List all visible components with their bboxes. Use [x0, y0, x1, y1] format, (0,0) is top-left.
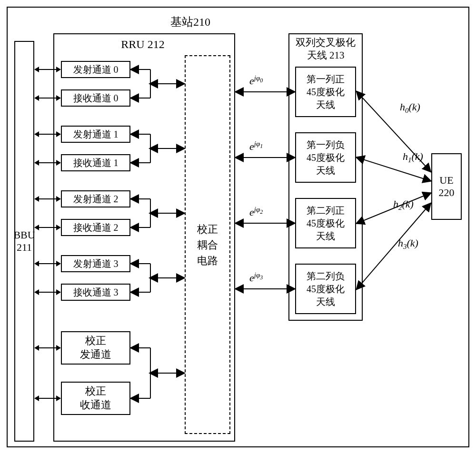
- h-3: h3(k): [398, 237, 418, 251]
- tx-channel-3: 发射通道 3: [61, 255, 130, 272]
- calibration-tx: 校正 发通道: [61, 331, 130, 365]
- phi-0: ejφ0: [249, 74, 263, 87]
- arrow-bbu-rx3: [35, 292, 60, 293]
- tx-channel-0: 发射通道 0: [61, 61, 130, 78]
- phi-1: ejφ1: [249, 140, 263, 153]
- calibration-circuit-label: 校正 耦合 电路: [197, 221, 218, 268]
- arrow-bbu-tx1: [35, 134, 60, 135]
- rx-channel-0: 接收通道 0: [61, 89, 130, 107]
- h-1: h1(k): [403, 150, 423, 164]
- bbu-box: BBU 211: [14, 41, 34, 442]
- h-2: h2(k): [393, 198, 414, 212]
- arrow-bbu-rx1: [35, 162, 60, 163]
- arrow-bbu-tx3: [35, 263, 60, 264]
- arrow-bbu-calrx: [35, 398, 60, 399]
- bbu-label: BBU 211: [13, 229, 35, 254]
- tx-channel-2: 发射通道 2: [61, 190, 130, 207]
- rx-channel-1: 接收通道 1: [61, 154, 130, 171]
- calibration-rx: 校正 收通道: [61, 382, 130, 415]
- arrow-bbu-caltx: [35, 347, 60, 348]
- antenna-1: 第一列负 45度极化 天线: [295, 132, 356, 183]
- antenna-3: 第二列负 45度极化 天线: [295, 264, 356, 314]
- antenna-2: 第二列正 45度极化 天线: [295, 198, 356, 248]
- h-0: h0(k): [400, 101, 420, 115]
- rx-channel-2: 接收通道 2: [61, 219, 130, 236]
- arrow-bbu-tx2: [35, 198, 60, 199]
- antenna-0: 第一列正 45度极化 天线: [295, 67, 356, 117]
- tx-channel-1: 发射通道 1: [61, 126, 130, 143]
- arrow-bbu-rx2: [35, 227, 60, 228]
- base-station-title: 基站210: [143, 14, 238, 30]
- arrow-bbu-rx0: [35, 98, 60, 99]
- arrow-bbu-tx0: [35, 69, 60, 70]
- calibration-circuit-box: 校正 耦合 电路: [185, 55, 230, 434]
- antenna-array-title: 双列交叉极化 天线 213: [288, 36, 363, 62]
- phi-2: ejφ2: [249, 206, 263, 218]
- rru-title: RRU 212: [95, 38, 190, 51]
- phi-3: ejφ3: [249, 271, 263, 284]
- rx-channel-3: 接收通道 3: [61, 284, 130, 301]
- ue-box: UE 220: [431, 153, 462, 220]
- ue-label: UE 220: [439, 174, 455, 199]
